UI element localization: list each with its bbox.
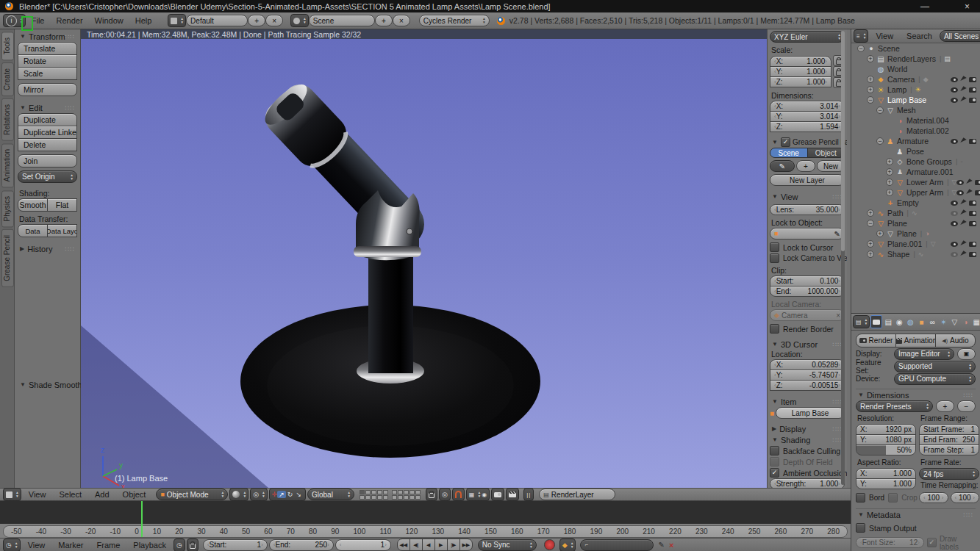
expand-toggle-icon[interactable]: −: [876, 137, 884, 145]
data-transfer-button[interactable]: Data Layo: [47, 224, 77, 237]
remove-preset-button[interactable]: −: [957, 400, 976, 412]
expand-toggle-icon[interactable]: +: [867, 76, 874, 83]
render-toggle-camera-icon[interactable]: [969, 242, 976, 247]
hide-toggle-eye-icon[interactable]: [951, 139, 958, 144]
dimension-field[interactable]: ‹Y:3.014›: [770, 111, 845, 122]
keying-set-dropdown[interactable]: ◆ ▴ ▾: [559, 539, 576, 551]
delete-keyframe-icon[interactable]: ×: [669, 541, 673, 550]
properties-tab-icon[interactable]: [870, 315, 882, 328]
join-button[interactable]: Join: [18, 154, 77, 168]
hide-toggle-eye-icon[interactable]: [951, 221, 958, 226]
panel-header-shade-smooth[interactable]: ▼ Shade Smooth ∷∷: [18, 379, 82, 390]
n-panel-scrollbar[interactable]: [841, 31, 845, 485]
remap-new-field[interactable]: ‹100›: [951, 492, 980, 503]
render-border-checkbox[interactable]: [770, 324, 779, 334]
render-toggle-camera-icon[interactable]: [969, 211, 976, 216]
tool-shelf-tab[interactable]: Grease Pencil: [1, 229, 14, 287]
edit-button[interactable]: Duplicate Linked: [18, 126, 77, 139]
manipulator-rotate-icon[interactable]: ↻: [286, 491, 295, 498]
selectable-toggle-cursor-icon[interactable]: [960, 240, 966, 247]
current-frame-playhead[interactable]: [141, 501, 143, 537]
expand-toggle-icon[interactable]: +: [886, 168, 893, 176]
manipulator-axes-icon[interactable]: ✛: [272, 491, 278, 498]
lock-to-cursor-checkbox[interactable]: [770, 242, 779, 252]
render-button[interactable]: Render: [856, 334, 896, 347]
timeline-menu-item[interactable]: View: [22, 541, 51, 550]
orientation-dropdown[interactable]: Global ▴ ▾: [307, 489, 354, 500]
scale-field[interactable]: ‹Z:1.000›: [770, 76, 831, 87]
panel-header-history[interactable]: ▶ History ∷∷: [18, 243, 77, 254]
hide-toggle-eye-icon[interactable]: [951, 252, 958, 257]
hide-toggle-eye-icon[interactable]: [951, 211, 958, 216]
outliner-view-menu[interactable]: View: [870, 32, 899, 40]
clip-start-field[interactable]: ‹Start:0.100›: [770, 276, 845, 287]
timeline-end-field[interactable]: ‹End:250›: [269, 539, 334, 551]
current-frame-field[interactable]: ‹1›: [335, 539, 391, 551]
properties-tab-icon[interactable]: [894, 316, 904, 328]
rotation-mode-dropdown[interactable]: XYZ Euler ▴ ▾: [770, 31, 845, 43]
expand-toggle-icon[interactable]: −: [867, 96, 874, 104]
shading-button[interactable]: Smooth: [18, 198, 48, 212]
panel-header-transform[interactable]: ▼ Transform ∷∷: [18, 31, 77, 42]
panel-header-item[interactable]: ▼ Item ∷∷: [770, 396, 845, 407]
opengl-render-anim-button[interactable]: [506, 488, 519, 501]
properties-tab-icon[interactable]: [938, 316, 948, 328]
outliner-filter-dropdown[interactable]: All Scenes ▴ ▾: [940, 30, 980, 42]
minimize-button[interactable]: —: [920, 1, 929, 12]
next-keyframe-button[interactable]: |▶: [447, 539, 460, 551]
expand-toggle-icon[interactable]: +: [876, 230, 884, 237]
render-toggle-camera-icon[interactable]: [969, 221, 976, 226]
panel-header-3d-cursor[interactable]: ▼ 3D Cursor ∷∷: [770, 339, 845, 350]
outliner-row[interactable]: Material.002: [851, 126, 980, 136]
expand-toggle-icon[interactable]: +: [867, 251, 874, 258]
active-keying-set-field[interactable]: ⌐: [580, 539, 654, 551]
viewport-3d[interactable]: z x y: [81, 39, 767, 488]
topbar-menu-item[interactable]: Window: [89, 16, 129, 25]
expand-toggle-icon[interactable]: −: [857, 45, 865, 52]
hide-toggle-eye-icon[interactable]: [951, 77, 958, 82]
selectable-toggle-cursor-icon[interactable]: [967, 189, 973, 195]
properties-tab-icon[interactable]: [916, 316, 926, 328]
aspect-y-field[interactable]: Y:1.000: [856, 478, 916, 489]
hide-toggle-eye-icon[interactable]: [956, 190, 964, 195]
selectable-toggle-cursor-icon[interactable]: [960, 251, 966, 257]
mirror-button[interactable]: Mirror: [18, 83, 77, 96]
sync-dropdown[interactable]: No Sync ▴ ▾: [478, 539, 537, 551]
selectable-toggle-cursor-icon[interactable]: [960, 220, 966, 226]
outliner-row[interactable]: + Plane.001: [851, 239, 980, 249]
selectable-toggle-cursor-icon[interactable]: [960, 199, 966, 206]
screen-layout-icon-button[interactable]: ▴ ▾: [168, 14, 186, 27]
render-presets-dropdown[interactable]: Render Presets ▴ ▾: [856, 400, 933, 412]
lens-field[interactable]: ‹Lens:35.000›: [770, 204, 845, 215]
prev-keyframe-button[interactable]: ◀|: [409, 539, 423, 551]
manipulator-scale-icon[interactable]: ↘: [294, 491, 303, 498]
jump-to-start-button[interactable]: ◀◀: [397, 539, 410, 551]
outliner-row[interactable]: World: [851, 64, 980, 74]
clip-end-field[interactable]: ‹End:1000.000›: [770, 286, 845, 297]
cursor-location-field[interactable]: ‹Y:-5.74507›: [770, 370, 845, 381]
shading-button[interactable]: Flat: [47, 198, 77, 212]
proportional-edit-dropdown[interactable]: ◎: [439, 488, 451, 501]
tool-shelf-tab[interactable]: Create: [1, 62, 14, 96]
lock-time-button[interactable]: [187, 539, 198, 551]
panel-header-view[interactable]: ▼ View ∷∷: [770, 191, 845, 202]
opengl-render-button[interactable]: [491, 488, 504, 501]
manipulator-translate-icon[interactable]: ↗: [277, 491, 286, 498]
tool-shelf-tab[interactable]: Relations: [1, 98, 14, 141]
timeline-start-field[interactable]: ‹Start:1›: [203, 539, 268, 551]
expand-toggle-icon[interactable]: −: [867, 220, 874, 227]
selectable-toggle-cursor-icon[interactable]: [960, 76, 966, 82]
viewport-menu-item[interactable]: Add: [89, 490, 115, 499]
set-origin-dropdown[interactable]: Set Origin ▴ ▾: [18, 170, 77, 183]
viewport-menu-item[interactable]: Select: [53, 490, 87, 499]
frame-rate-dropdown[interactable]: 24 fps ▴ ▾: [919, 468, 979, 480]
render-toggle-camera-icon[interactable]: [969, 98, 976, 103]
render-toggle-camera-icon[interactable]: [969, 201, 976, 206]
outliner-row[interactable]: + Lamp: [851, 84, 980, 95]
hide-toggle-eye-icon[interactable]: [951, 87, 958, 93]
timeline-ruler[interactable]: -50 -40 -30 -20 -10 0 10 20 30 40 50 60 …: [0, 524, 851, 538]
audio-button[interactable]: ◀)Audio: [935, 334, 976, 347]
add-scene-button[interactable]: +: [375, 15, 393, 26]
play-button[interactable]: ▶: [434, 539, 448, 551]
resolution-percentage-slider[interactable]: 50%: [856, 444, 916, 455]
